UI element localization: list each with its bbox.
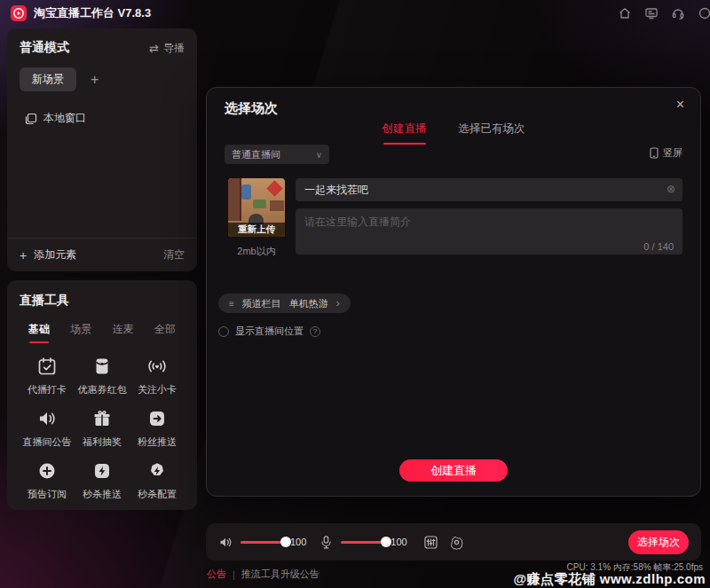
cover-image[interactable]: 重新上传 [228,178,285,237]
scene-panel-footer: + 添加元素 清空 [7,238,197,271]
notice-badge: 公告 [207,568,226,581]
panel-divider [64,273,160,278]
plus-circle-icon [36,460,58,482]
app-title: 淘宝直播工作台 V7.8.3 [34,5,151,21]
tool-item[interactable]: 关注小卡 [130,356,185,396]
scene-panel: 普通模式 ⇄ 导播 新场景 + 本地窗口 + 添加元素 清空 [7,28,197,271]
location-option-row: 显示直播间位置 ? [218,325,320,338]
volume-slider-knob[interactable] [280,537,291,547]
room-type-select[interactable]: 普通直播间 ∨ [225,145,329,164]
app-logo-icon [11,5,27,21]
watermark: @赚点零花铺 www.zdlhp.com [513,571,706,588]
scene-panel-title: 普通模式 [20,40,69,56]
location-label: 显示直播间位置 [235,325,304,338]
tab-existing-session[interactable]: 选择已有场次 [459,122,525,145]
mixer-icon[interactable] [423,535,438,550]
help-icon[interactable]: ? [310,326,320,337]
category-label: 频道栏目 [242,297,281,310]
reupload-button[interactable]: 重新上传 [228,223,285,237]
char-counter: 0 / 140 [643,241,674,252]
select-session-modal: 选择场次 × 创建直播 选择已有场次 普通直播间 ∨ 竖屏 重新上传 2mb以内 [206,87,701,497]
orientation-label: 竖屏 [663,146,682,160]
announcement-speaker-icon [36,408,58,429]
clear-input-icon[interactable]: ⊗ [667,184,675,194]
arrow-right-square-icon [146,408,168,429]
room-type-value: 普通直播间 [232,148,280,161]
tool-item[interactable]: 粉丝推送 [130,408,185,449]
source-item-label: 本地窗口 [43,111,86,126]
category-value: 单机热游 [289,297,328,310]
bolt-square-icon [91,460,113,482]
tool-item[interactable]: 预告订阅 [20,460,75,501]
tools-panel-title: 直播工具 [20,293,185,309]
live-desc-textarea[interactable] [296,208,682,255]
divider: | [233,569,235,580]
phone-icon [650,147,659,159]
modal-tabs: 创建直播 选择已有场次 [207,122,700,145]
add-element-button[interactable]: + 添加元素 [20,247,76,263]
notice-row: 公告 | 推流工具升级公告 [207,568,320,581]
list-icon: ≡ [229,299,234,309]
home-icon[interactable] [618,6,632,20]
mic-value: 100 [390,537,406,547]
modal-title: 选择场次 [225,100,278,117]
gift-icon [91,408,113,429]
chevron-down-icon: ∨ [316,150,322,160]
tool-item[interactable]: 秒杀配置 [130,460,185,501]
control-bar: 100 100 选择场次 [206,523,701,561]
clear-button[interactable]: 清空 [163,247,185,263]
close-icon[interactable]: × [676,97,684,113]
location-checkbox[interactable] [218,326,229,337]
microphone-icon[interactable] [319,535,334,550]
more-icon[interactable] [698,6,710,20]
live-title-input[interactable] [296,178,682,201]
chevron-right-icon: › [336,298,340,309]
source-item-local-window[interactable]: 本地窗口 [20,111,185,126]
tool-item[interactable]: 秒杀推送 [75,460,130,501]
director-label: 导播 [163,41,185,56]
tool-item[interactable]: 代播打卡 [20,356,75,396]
speaker-icon[interactable] [218,535,233,550]
tool-item[interactable]: 直播间公告 [20,408,75,449]
switch-icon: ⇄ [149,43,159,54]
notice-link[interactable]: 推流工具升级公告 [241,568,320,581]
tab-create-live[interactable]: 创建直播 [383,122,427,145]
signal-heart-icon [146,356,168,377]
red-packet-icon [91,356,113,377]
mic-slider[interactable] [341,541,387,544]
tools-grid: 代播打卡 优惠券红包 关注小卡 直播间公告 [20,356,185,501]
titlebar: 淘宝直播工作台 V7.8.3 [0,0,710,27]
add-scene-button[interactable]: + [91,73,99,87]
live-tools-panel: 直播工具 基础 场景 连麦 全部 代播打卡 优惠券红包 [7,280,197,510]
cover-size-hint: 2mb以内 [228,245,285,258]
titlebar-icons [618,6,699,20]
cover-block: 重新上传 2mb以内 [228,178,285,258]
window-icon [25,113,37,125]
category-selector[interactable]: ≡ 频道栏目 单机热游 › [218,294,351,313]
headset-icon[interactable] [671,6,685,20]
tool-item[interactable]: 福利抽奖 [75,408,130,449]
create-live-form: 重新上传 2mb以内 ⊗ 0 / 140 [228,178,682,258]
tools-tab-scene[interactable]: 场景 [70,322,91,343]
calendar-check-icon [36,356,58,377]
orientation-toggle[interactable]: 竖屏 [650,146,682,160]
tools-tabs: 基础 场景 连麦 全部 [20,322,185,343]
volume-slider[interactable] [241,541,287,544]
select-session-button[interactable]: 选择场次 [628,530,689,554]
monitor-icon[interactable] [644,6,659,20]
scene-tab-new[interactable]: 新场景 [20,67,76,91]
add-element-label: 添加元素 [34,247,76,263]
plus-icon: + [20,249,27,262]
volume-value: 100 [290,537,306,547]
create-live-button[interactable]: 创建直播 [399,459,508,482]
settings-gear-icon[interactable] [449,535,464,550]
director-mode-button[interactable]: ⇄ 导播 [149,41,185,56]
tool-item[interactable]: 优惠券红包 [75,356,130,396]
bolt-circle-icon [146,460,168,482]
tools-tab-all[interactable]: 全部 [154,322,176,343]
tools-tab-comic[interactable]: 连麦 [113,322,134,343]
tools-tab-basic[interactable]: 基础 [28,322,50,343]
taobao-live-studio-window: 淘宝直播工作台 V7.8.3 普通模式 ⇄ 导播 新场景 [0,0,710,588]
